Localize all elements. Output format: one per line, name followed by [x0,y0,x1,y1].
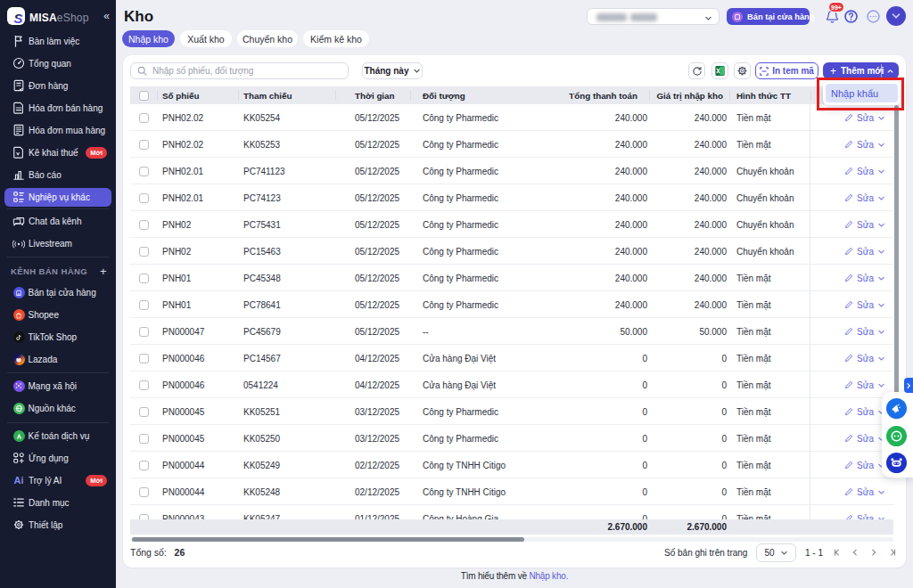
svg-text:S: S [13,11,22,26]
